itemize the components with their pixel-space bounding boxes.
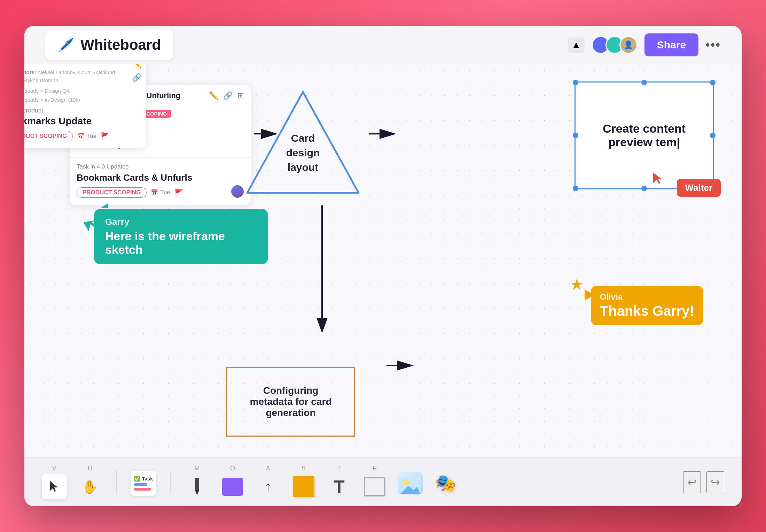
flag-icon: 🚩 bbox=[174, 188, 183, 197]
task-card-actions: ✏️ 🔗 ⊞ bbox=[209, 91, 244, 100]
top-actions: ▲ 👤 Share ••• bbox=[568, 33, 721, 56]
task-main-title: Bookmark Cards & Unfurls bbox=[77, 172, 244, 183]
garry-name: Garry bbox=[105, 217, 257, 227]
olivia-message-box: Olivia Thanks Garry! bbox=[591, 286, 703, 325]
sticker-tool[interactable]: 🎭 bbox=[433, 471, 458, 496]
cursor-arrow-icon bbox=[49, 480, 60, 493]
toolbar: V H ✋ ✅ T bbox=[24, 457, 742, 506]
handle-mr bbox=[710, 133, 716, 138]
edit-icon[interactable]: ✏️ bbox=[209, 91, 218, 100]
walter-label: Walter bbox=[677, 179, 721, 197]
tool-shape-group: O bbox=[220, 465, 245, 499]
tool-s-key: S bbox=[302, 465, 306, 472]
tool-marker-group: M bbox=[185, 465, 210, 499]
link-icon[interactable]: 🔗 bbox=[223, 91, 233, 100]
scoping-tag: PRODUCT SCOPING bbox=[77, 187, 147, 198]
handle-bl bbox=[573, 186, 578, 191]
doc-card-content: Sep Contributors: Aleksei Laricnov, Cour… bbox=[24, 64, 132, 107]
tool-f-key: F bbox=[373, 465, 377, 472]
garry-text: Here is the wireframe sketch bbox=[105, 229, 257, 257]
tool-select-group: V bbox=[42, 465, 67, 499]
tool-image-group bbox=[398, 469, 423, 496]
svg-rect-10 bbox=[195, 478, 199, 490]
doc-calendar-icon: 📅 bbox=[77, 133, 84, 140]
doc-date-tag: 📅 Tue bbox=[77, 133, 96, 140]
tool-arrow-group: A ↑ bbox=[256, 465, 281, 499]
page-title: Whiteboard bbox=[80, 37, 161, 53]
doc-scoping-tag: PRODUCT SCOPING bbox=[24, 131, 73, 141]
handle-tl bbox=[573, 80, 578, 85]
walter-cursor-area bbox=[652, 172, 662, 186]
doc-card: Sep Contributors: Aleksei Laricnov, Cour… bbox=[24, 64, 146, 148]
sticky-tool[interactable] bbox=[291, 474, 316, 499]
svg-marker-8 bbox=[84, 217, 97, 231]
redo-button[interactable]: ↪ bbox=[706, 471, 724, 493]
canvas-area[interactable]: Bookmark cards & Unfurling ✏️ 🔗 ⊞ Status… bbox=[24, 64, 742, 457]
share-button[interactable]: Share bbox=[644, 33, 698, 56]
tool-task-group: ✅ Task bbox=[131, 469, 156, 496]
doc-tags: PRODUCT SCOPING 📅 Tue 🚩 bbox=[24, 131, 146, 141]
tool-m-key: M bbox=[195, 465, 200, 472]
olivia-cursor-icon bbox=[585, 289, 594, 300]
preview-line-2 bbox=[134, 488, 151, 491]
avatar-group: 👤 bbox=[592, 36, 638, 54]
rect-text: Create content preview tem| bbox=[596, 115, 693, 156]
cursor-tool-icon[interactable]: ▲ bbox=[568, 37, 585, 53]
tool-o-key: O bbox=[230, 465, 235, 472]
image-preview-icon bbox=[400, 477, 421, 494]
marker-icon bbox=[192, 476, 203, 497]
marker-tool[interactable] bbox=[185, 474, 210, 499]
select-tool[interactable] bbox=[42, 474, 67, 499]
triangle-shape-container: Card design layout bbox=[240, 81, 366, 207]
title-block: 🖊️ Whiteboard bbox=[45, 30, 173, 60]
triangle-svg bbox=[240, 81, 366, 207]
undo-button[interactable]: ↩ bbox=[683, 471, 701, 493]
doc-contributors: Contributors: Aleksei Laricnov, Court Sk… bbox=[24, 69, 126, 84]
sticky-shape bbox=[293, 476, 314, 497]
task-card-tool[interactable]: ✅ Task bbox=[131, 471, 156, 496]
more-button[interactable]: ••• bbox=[705, 38, 721, 52]
toolbar-divider-1 bbox=[116, 470, 117, 494]
task-tags: PRODUCT SCOPING 📅 Tue 🚩 bbox=[77, 187, 244, 198]
tool-sticky-group: S bbox=[291, 465, 316, 499]
arrow-tool[interactable]: ↑ bbox=[256, 474, 281, 499]
preview-line-1 bbox=[134, 483, 147, 486]
text-T-icon: T bbox=[334, 476, 345, 497]
tool-v-key: V bbox=[52, 465, 56, 472]
doc-title: Bookmarks Update bbox=[24, 116, 146, 127]
edit-icon-doc[interactable]: ✏️ bbox=[132, 64, 141, 68]
text-tool[interactable]: T bbox=[327, 474, 352, 499]
tool-a-key: A bbox=[266, 465, 270, 472]
task-subtitle: Task in 4.0 Updates bbox=[77, 163, 244, 170]
olivia-star-icon: ★ bbox=[570, 275, 584, 293]
frame-tool[interactable] bbox=[362, 474, 387, 499]
image-shape bbox=[398, 472, 423, 494]
link-icon-doc[interactable]: 🔗 bbox=[132, 73, 141, 82]
handle-ml bbox=[573, 133, 578, 138]
image-tool[interactable] bbox=[398, 471, 423, 496]
svg-marker-6 bbox=[247, 92, 359, 193]
doc-views: ☰ EPD Squads > Design QA ☰ EPD Squads > … bbox=[24, 86, 126, 104]
tool-h-key: H bbox=[88, 465, 92, 472]
task-card-footer: Task in 4.0 Updates Bookmark Cards & Unf… bbox=[70, 157, 251, 205]
handle-bm bbox=[641, 186, 647, 191]
doc-flag-icon: 🚩 bbox=[101, 132, 109, 140]
selected-rect[interactable]: Create content preview tem| bbox=[574, 81, 714, 189]
handle-tm bbox=[641, 80, 647, 85]
doc-card-icons: ✏️ 🔗 bbox=[132, 64, 146, 82]
tool-text-group: T T bbox=[327, 465, 352, 499]
tool-frame-group: F bbox=[362, 465, 387, 499]
top-bar: 🖊️ Whiteboard ▲ 👤 Share ••• bbox=[24, 26, 742, 64]
hand-tool[interactable]: ✋ bbox=[77, 474, 102, 499]
garry-message-box: Garry Here is the wireframe sketch bbox=[94, 209, 268, 264]
whiteboard-icon: 🖊️ bbox=[58, 37, 74, 53]
svg-marker-11 bbox=[195, 490, 199, 495]
svg-point-13 bbox=[403, 480, 409, 485]
flow-box: Configuring metadata for card generation bbox=[226, 367, 355, 437]
tool-hand-group: H ✋ bbox=[77, 465, 102, 499]
app-window: 🖊️ Whiteboard ▲ 👤 Share ••• bbox=[24, 26, 742, 506]
tool-t-key: T bbox=[337, 465, 341, 472]
doc-footer-label: Doc in product bbox=[24, 107, 146, 114]
task-card-preview: ✅ Task bbox=[131, 471, 156, 496]
shape-tool[interactable] bbox=[220, 474, 245, 499]
